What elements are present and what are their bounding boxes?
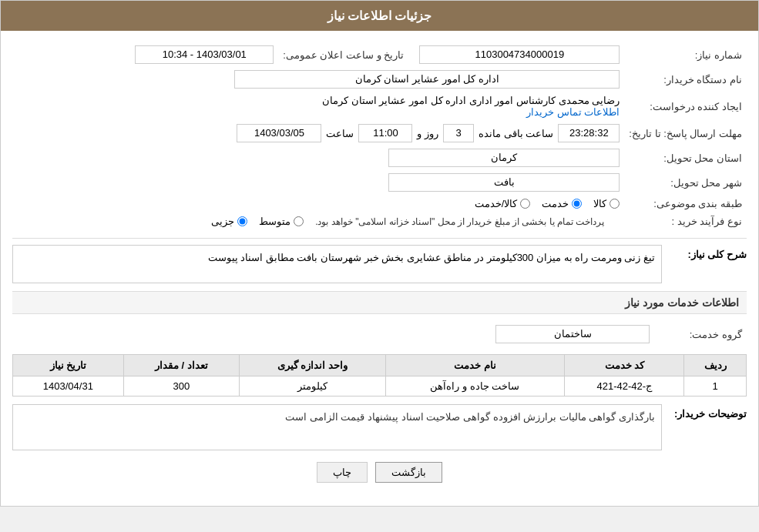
response-deadline-label: مهلت ارسال پاسخ: تا تاریخ:	[624, 121, 747, 146]
purchase-type-jozi[interactable]: جزیی	[211, 216, 247, 227]
purchase-type-motosat[interactable]: متوسط	[259, 216, 304, 227]
delivery-city-label: شهر محل تحویل:	[624, 170, 747, 195]
pub-date-value: 1403/03/01 - 10:34	[135, 45, 274, 64]
table-row: 1ج-42-42-421ساخت جاده و راه‌آهنکیلومتر30…	[13, 376, 747, 396]
col-date: تاریخ نیاز	[13, 355, 124, 376]
services-table: ردیف کد خدمت نام خدمت واحد اندازه گیری ت…	[12, 354, 747, 396]
purchase-type-label: نوع فرآیند خرید :	[624, 212, 747, 230]
category-khedmat-option[interactable]: خدمت	[542, 198, 582, 209]
purchase-type-note: پرداخت تمام یا بخشی از مبلغ خریدار از مح…	[315, 216, 604, 227]
services-section-title: اطلاعات خدمات مورد نیاز	[12, 291, 747, 314]
response-days-value: 3	[443, 124, 474, 142]
response-days-label: روز و	[417, 128, 438, 139]
category-label: طبقه بندی موضوعی:	[624, 195, 747, 212]
pub-date-label: تاریخ و ساعت اعلان عمومی:	[278, 42, 408, 67]
service-group-label: گروه خدمت:	[654, 322, 747, 346]
print-button[interactable]: چاپ	[317, 462, 368, 483]
response-time-value: 11:00	[358, 124, 412, 142]
col-service-code: کد خدمت	[565, 355, 684, 376]
org-name-label: نام دستگاه خریدار:	[624, 67, 747, 92]
service-group-value: ساختمان	[495, 325, 650, 343]
delivery-province-value: کرمان	[388, 149, 620, 167]
page-title: جزئیات اطلاعات نیاز	[327, 9, 432, 22]
delivery-province-label: استان محل تحویل:	[624, 146, 747, 170]
category-kala-option[interactable]: کالا	[593, 198, 620, 209]
response-time-label: ساعت	[326, 128, 354, 139]
col-row: ردیف	[684, 355, 747, 376]
page-header: جزئیات اطلاعات نیاز	[1, 1, 758, 31]
creator-label: ایجاد کننده درخواست:	[624, 92, 747, 121]
col-unit: واحد اندازه گیری	[240, 355, 386, 376]
delivery-city-value: بافت	[388, 173, 620, 192]
response-date-value: 1403/03/05	[237, 124, 321, 142]
category-kala-khedmat-option[interactable]: کالا/خدمت	[475, 198, 531, 209]
col-count: تعداد / مقدار	[123, 355, 239, 376]
response-remaining-value: 23:28:32	[558, 124, 620, 142]
contact-link[interactable]: اطلاعات تماس خریدار	[526, 106, 620, 118]
response-remaining-label: ساعت باقی مانده	[479, 128, 553, 139]
action-buttons: بازگشت چاپ	[12, 462, 747, 494]
col-service-name: نام خدمت	[385, 355, 565, 376]
need-desc-value: تیغ زنی ومرمت راه به میزان 300کیلومتر در…	[12, 245, 662, 283]
org-name-value: اداره کل امور عشایر استان کرمان	[234, 70, 620, 89]
need-number-label: شماره نیاز:	[624, 42, 747, 67]
buyer-notes-value: بارگذاری گواهی مالیات برارزش افزوده گواه…	[12, 404, 662, 450]
need-desc-label: شرح کلی نیاز:	[670, 245, 747, 260]
creator-value: رضایی محمدی کارشناس امور اداری اداره کل …	[322, 95, 620, 106]
back-button[interactable]: بازگشت	[375, 462, 442, 483]
need-number-value: 1103004734000019	[419, 45, 620, 64]
buyer-notes-label: توضیحات خریدار:	[670, 404, 747, 420]
